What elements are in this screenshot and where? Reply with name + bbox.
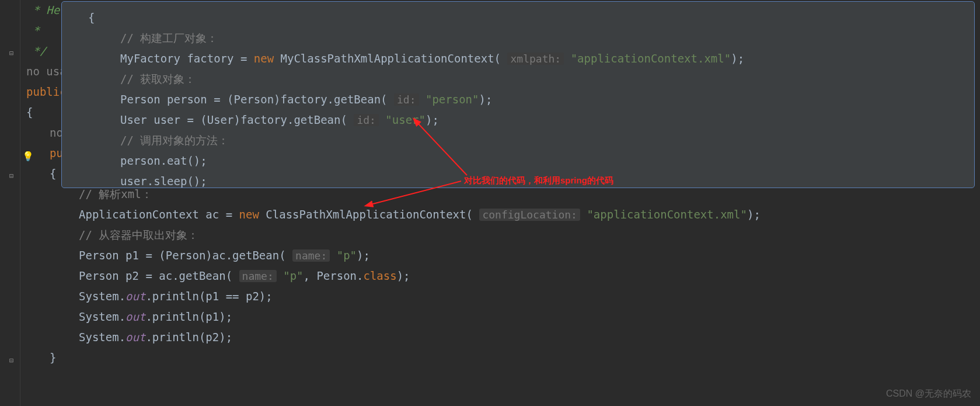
keyword-class: class bbox=[363, 269, 396, 282]
string-literal: "applicationContext.xml" bbox=[571, 52, 731, 65]
code-text: ClassPathXmlApplicationContext( bbox=[259, 208, 480, 221]
static-field-out: out bbox=[125, 331, 145, 343]
brace: { bbox=[88, 11, 95, 24]
keyword-public: public bbox=[26, 85, 67, 98]
static-field-out: out bbox=[125, 310, 145, 323]
code-text: Person person = (Person)factory.getBean( bbox=[120, 93, 394, 106]
param-hint: xmlpath: bbox=[507, 53, 564, 65]
comment-line: // 调用对象的方法： bbox=[120, 134, 229, 147]
code-text: Person p1 = (Person)ac.getBean( bbox=[79, 249, 292, 262]
brace: { bbox=[26, 106, 33, 119]
brace: { bbox=[50, 167, 56, 180]
comment-line: // 获取对象： bbox=[120, 72, 196, 85]
documentation-popup[interactable]: { // 构建工厂对象： MyFactory factory = new MyC… bbox=[61, 1, 975, 188]
code-text: ); bbox=[479, 93, 492, 106]
keyword-new: new bbox=[254, 52, 274, 65]
code-text: ); bbox=[747, 208, 761, 221]
param-hint: id: bbox=[394, 93, 419, 106]
param-hint: name: bbox=[239, 270, 277, 282]
static-field-out: out bbox=[125, 290, 145, 303]
code-text: Person p2 = ac.getBean( bbox=[79, 269, 239, 282]
code-text: , Person. bbox=[304, 269, 364, 282]
param-hint: configLocation: bbox=[479, 209, 580, 221]
code-text: ); bbox=[357, 249, 370, 262]
code-text: ); bbox=[397, 269, 410, 282]
string-literal: "person" bbox=[426, 93, 479, 106]
keyword-new: new bbox=[239, 208, 259, 221]
comment-line: // 从容器中取出对象： bbox=[79, 228, 198, 241]
param-hint: name: bbox=[292, 249, 330, 262]
comment-line: // 构建工厂对象： bbox=[120, 32, 218, 44]
string-literal: "p" bbox=[337, 249, 357, 262]
code-text: MyFactory factory = bbox=[120, 52, 254, 65]
code-text: System. bbox=[79, 310, 125, 323]
watermark-text: CSDN @无奈的码农 bbox=[886, 388, 971, 400]
code-text: ApplicationContext ac = bbox=[79, 208, 239, 221]
doc-comment: * Hel bbox=[26, 4, 67, 16]
code-text: System. bbox=[79, 290, 125, 303]
code-text: User user = (User)factory.getBean( bbox=[120, 113, 354, 126]
code-text: ); bbox=[731, 52, 744, 65]
code-text: .println(p1 == p2); bbox=[145, 290, 272, 303]
brace-close: } bbox=[50, 351, 56, 364]
code-text: ); bbox=[426, 113, 439, 126]
string-literal: "applicationContext.xml" bbox=[587, 208, 747, 221]
code-text: user.sleep(); bbox=[120, 175, 207, 188]
doc-comment: * bbox=[26, 24, 40, 37]
string-literal: "user" bbox=[385, 113, 426, 126]
code-text: person.eat(); bbox=[120, 154, 207, 167]
code-text: System. bbox=[79, 331, 125, 343]
code-text: MyClassPathXmlApplicationContext( bbox=[274, 52, 507, 65]
code-text: .println(p2); bbox=[145, 331, 232, 343]
string-literal: "p" bbox=[283, 269, 303, 282]
doc-comment: */ bbox=[26, 44, 46, 57]
param-hint: id: bbox=[354, 114, 379, 126]
annotation-label: 对比我们的代码，和利用spring的代码 bbox=[464, 175, 613, 186]
code-text: .println(p1); bbox=[145, 310, 232, 323]
